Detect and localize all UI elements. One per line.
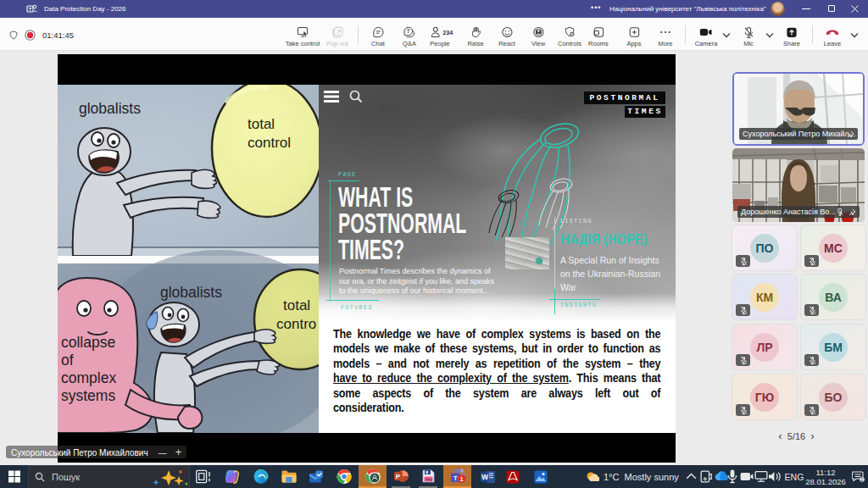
svg-text:2: 2 bbox=[860, 477, 863, 482]
svg-text:P: P bbox=[395, 473, 400, 480]
svg-text:complex: complex bbox=[61, 369, 116, 386]
svg-text:contro: contro bbox=[276, 316, 316, 332]
svg-text:systems: systems bbox=[61, 387, 115, 404]
svg-text:T: T bbox=[453, 474, 457, 482]
svg-text:globalists: globalists bbox=[79, 100, 141, 117]
svg-text:total: total bbox=[283, 297, 310, 313]
svg-text:W: W bbox=[481, 473, 488, 481]
svg-text:collapse: collapse bbox=[61, 334, 115, 351]
svg-text:control: control bbox=[248, 135, 291, 151]
svg-text:of: of bbox=[61, 352, 74, 369]
svg-text:1: 1 bbox=[459, 475, 463, 483]
svg-text:T: T bbox=[29, 7, 32, 12]
svg-text:globalists: globalists bbox=[160, 284, 222, 301]
svg-text:total: total bbox=[248, 116, 275, 132]
svg-text:Grey: Grey bbox=[425, 478, 431, 481]
